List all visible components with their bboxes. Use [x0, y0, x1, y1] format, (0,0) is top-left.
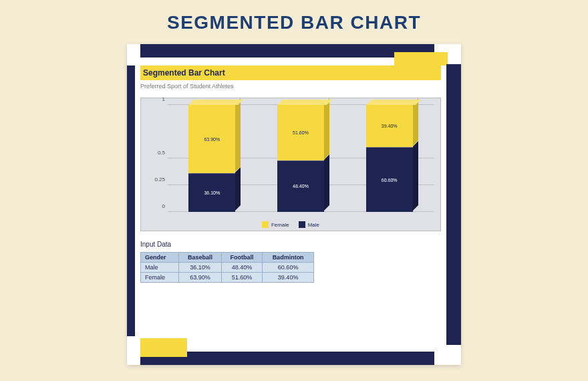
segment-male: 36.10%: [188, 173, 235, 212]
col-header: Baseball: [178, 253, 221, 263]
chart-title: Segmented Bar Chart: [143, 68, 225, 78]
y-tick: 0.25: [148, 176, 165, 182]
frame-right: [446, 64, 461, 345]
cell: 63.90%: [178, 273, 221, 283]
col-header: Badminton: [263, 253, 314, 263]
segment-label: 51.60%: [293, 130, 309, 135]
legend-male: Male: [299, 221, 319, 228]
segment-label: 60.60%: [382, 178, 398, 182]
frame-left: [127, 66, 135, 336]
segment-label: 36.10%: [204, 190, 220, 195]
table-row: Male 36.10% 48.40% 60.60%: [141, 263, 314, 273]
col-header: Football: [221, 253, 262, 263]
page-title: SEGMENTED BAR CHART: [167, 12, 421, 33]
row-label: Female: [141, 273, 179, 283]
y-tick: 1: [148, 96, 165, 102]
segment-female: 39.40%: [366, 105, 413, 147]
legend: Female Male: [141, 221, 440, 228]
row-label: Male: [141, 263, 179, 273]
swatch-icon: [262, 221, 269, 228]
section-input-data: Input Data: [140, 241, 441, 248]
chart-subtitle: Preferred Sport of Student Athletes: [140, 83, 441, 90]
chart: 0 0.25 0.5 1 63.90% 36.10%: [140, 98, 441, 231]
y-tick: 0: [148, 203, 165, 209]
title-bar: Segmented Bar Chart: [140, 66, 441, 80]
segment-label: 39.40%: [382, 124, 398, 128]
legend-label: Female: [271, 222, 289, 228]
segment-female: 63.90%: [188, 105, 235, 173]
segment-label: 63.90%: [204, 137, 220, 142]
bar-football: 51.60% 48.40%: [277, 105, 324, 212]
segment-male: 60.60%: [366, 147, 413, 212]
segment-male: 48.40%: [277, 160, 324, 212]
col-header: Gender: [141, 253, 179, 263]
table-header-row: Gender Baseball Football Badminton: [141, 253, 314, 263]
segment-label: 48.40%: [293, 184, 309, 188]
bar-baseball: 63.90% 36.10%: [188, 105, 235, 212]
table-row: Female 63.90% 51.60% 39.40%: [141, 273, 314, 283]
legend-female: Female: [262, 221, 289, 228]
content-area: Segmented Bar Chart Preferred Sport of S…: [140, 61, 441, 348]
cell: 48.40%: [221, 263, 262, 273]
y-tick: 0.5: [148, 150, 165, 156]
segment-female: 51.60%: [277, 105, 324, 160]
cell: 36.10%: [178, 263, 221, 273]
cell: 51.60%: [221, 273, 262, 283]
cell: 39.40%: [263, 273, 314, 283]
plot-area: 0 0.25 0.5 1 63.90% 36.10%: [168, 105, 434, 212]
bar-badminton: 39.40% 60.60%: [366, 105, 413, 212]
data-table: Gender Baseball Football Badminton Male …: [140, 252, 314, 283]
frame-top: [140, 44, 434, 57]
bars: 63.90% 36.10% 51.60% 48.40%: [168, 105, 434, 212]
swatch-icon: [299, 221, 305, 228]
legend-label: Male: [308, 222, 319, 228]
document-sheet: Segmented Bar Chart Preferred Sport of S…: [127, 44, 461, 365]
cell: 60.60%: [263, 263, 314, 273]
